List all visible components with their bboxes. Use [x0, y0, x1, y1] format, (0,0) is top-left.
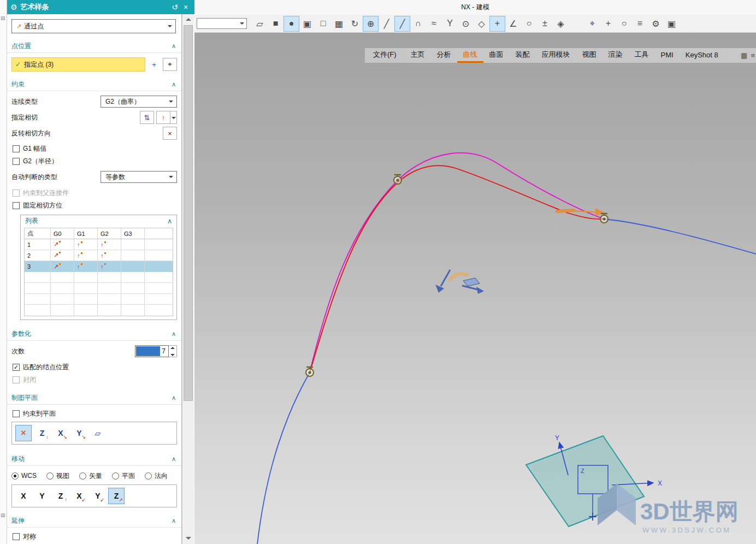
ribbon-tab[interactable]: 渲染 [603, 48, 629, 63]
intersect-icon[interactable]: ◈ [553, 16, 569, 32]
fullscreen-icon[interactable]: ▣ [664, 16, 680, 32]
degree-input[interactable]: 7 [135, 345, 169, 357]
plane-y-button[interactable]: Y ↘ [71, 425, 87, 441]
point-set-icon[interactable]: ◇ [474, 16, 489, 32]
dialog-titlebar[interactable]: ⚙ 艺术样条 ↺ × [7, 0, 194, 14]
point-pick-button[interactable]: ⌖ [163, 58, 177, 71]
move-mode-radio[interactable]: 视图 [46, 471, 69, 481]
ellipse-icon[interactable]: ○ [521, 16, 537, 32]
collapse-icon[interactable]: ∧ [172, 330, 176, 338]
tangent-options-caret[interactable] [170, 111, 177, 124]
ribbon-tab[interactable]: 曲线 [457, 48, 483, 63]
plane-x-button[interactable]: X ↘ [52, 425, 69, 441]
spline-curve-red[interactable] [310, 165, 604, 372]
collapse-icon[interactable]: ∧ [172, 394, 176, 401]
ribbon-tab[interactable]: 应用模块 [536, 48, 576, 63]
move-mode-radio[interactable]: WCS [11, 472, 37, 480]
derived-line-icon[interactable]: ╱ [394, 16, 410, 32]
move-zy-button[interactable]: Y ↙ [90, 488, 106, 504]
dialog-scrollbar[interactable] [182, 14, 194, 544]
plane-z-button[interactable]: Z ↓ [34, 425, 50, 441]
ribbon-tab[interactable]: 视图 [576, 48, 603, 63]
section-move[interactable]: 移动 ∧ [7, 453, 181, 466]
move-mode-radio[interactable]: 平面 [112, 471, 135, 481]
table-row[interactable]: 3 ↗ ↑ ↑ [25, 261, 173, 272]
point-on-curve-icon[interactable]: ⊕ [363, 16, 379, 32]
close-icon[interactable]: × [180, 3, 191, 11]
extrude-icon[interactable]: ■ [268, 16, 284, 32]
spline-curve-blue-right[interactable] [604, 219, 756, 254]
section-parameterization[interactable]: 参数化 ∧ [7, 328, 181, 341]
tangent-handle[interactable] [557, 210, 603, 212]
fit-view-icon[interactable]: + [600, 16, 616, 32]
reset-icon[interactable]: ↺ [169, 3, 180, 11]
spline-point-marker-3[interactable] [306, 367, 314, 376]
collapse-icon[interactable]: ∧ [172, 517, 176, 524]
collapse-icon[interactable]: ∧ [172, 81, 176, 88]
table-row[interactable]: 1 ↗ ↑ ↑ [25, 239, 173, 250]
move-y-button[interactable]: Y [34, 488, 50, 504]
symmetric-checkbox[interactable]: 对称 [13, 531, 177, 541]
section-point-location[interactable]: 点位置 ∧ [7, 40, 181, 53]
ribbon-more-icon[interactable]: ≡ [751, 51, 755, 60]
model-canvas[interactable]: Y X Z 3D世界网 WWW.3DSJW.COM [194, 33, 756, 544]
ribbon-tab[interactable]: 主页 [405, 48, 431, 63]
graphics-viewport[interactable]: 文件(F) 主页 分析 曲线 曲面 [194, 33, 756, 544]
move-x-button[interactable]: X [15, 488, 32, 504]
settings-icon[interactable]: ⚙ [648, 16, 664, 32]
constrain-to-plane-checkbox[interactable]: 约束到平面 [13, 409, 177, 418]
constraint-table[interactable]: 点 G0 G1 G2 G3 1 ↗ ↑ [24, 228, 173, 316]
gap[interactable] [569, 16, 584, 32]
mesh-cube-icon[interactable]: ▦ [331, 16, 347, 32]
chamfer-icon[interactable]: ∠ [505, 16, 521, 32]
inferred-type-dropdown[interactable]: 等参数 [101, 171, 177, 183]
spline-type-dropdown[interactable]: ↗ 通过点 [11, 19, 176, 33]
studio-spline-icon[interactable]: ≈ [426, 16, 442, 32]
spline-curve-blue-left[interactable] [257, 372, 310, 544]
match-knots-checkbox[interactable]: ✓ 匹配的结点位置 [13, 362, 177, 372]
curve-fit-icon[interactable]: Y [442, 16, 458, 32]
custom-plane-button[interactable]: ▱ [90, 425, 106, 441]
ribbon-tab[interactable]: 文件(F) [365, 48, 405, 63]
point-dialog-button[interactable]: + [147, 58, 161, 71]
line-icon[interactable]: ╱ [379, 16, 394, 32]
ribbon-tab[interactable]: 曲面 [483, 48, 510, 63]
sketch-icon[interactable]: ▱ [252, 16, 268, 32]
collapse-icon[interactable]: ∧ [167, 217, 172, 225]
spline-curve-magenta[interactable] [310, 153, 604, 372]
move-mode-radio[interactable]: 矢量 [79, 471, 102, 481]
move-zx-button[interactable]: X ↙ [71, 488, 87, 504]
tangent-vector-button[interactable]: ⇅ [140, 111, 154, 124]
no-plane-button[interactable]: × [15, 425, 32, 441]
circle-icon[interactable]: ⊙ [458, 16, 474, 32]
history-icon[interactable]: ○ [616, 16, 632, 32]
docked-panel-icon-2[interactable]: ▤ [1, 512, 5, 518]
spline-point-marker-1[interactable] [394, 175, 401, 184]
collapse-icon[interactable]: ∧ [172, 43, 176, 50]
section-extension[interactable]: 延伸 ∧ [7, 515, 181, 528]
continuity-dropdown[interactable]: G2（曲率） [101, 96, 177, 108]
ribbon-grid-icon[interactable]: ▦ [741, 51, 747, 60]
table-row[interactable]: 2 ↗ ↑ ↑ [25, 250, 173, 261]
point-icon[interactable]: ▣ [299, 16, 315, 32]
ribbon-tab[interactable]: 分析 [431, 48, 457, 63]
ribbon-tab[interactable]: KeyShot 8 [680, 48, 724, 63]
scroll-down-button[interactable] [184, 534, 193, 543]
arc-icon[interactable]: ∩ [410, 16, 426, 32]
layers-icon[interactable]: ≡ [632, 16, 648, 32]
revolve-icon[interactable]: ↻ [347, 16, 363, 32]
specify-point-field[interactable]: ✓ 指定点 (3) [11, 57, 145, 72]
reverse-tangent-button[interactable]: × [163, 127, 177, 140]
docked-panel-icon[interactable]: ▤ [1, 15, 5, 21]
block-icon[interactable]: □ [315, 16, 331, 32]
ribbon-tab[interactable]: 工具 [629, 48, 655, 63]
section-drawing-plane[interactable]: 制图平面 ∧ [7, 392, 181, 405]
window-zoom-icon[interactable]: ⌖ [584, 16, 600, 32]
fixed-tangent-checkbox[interactable]: 固定相切方位 [13, 200, 177, 210]
ribbon-tab[interactable]: 装配 [510, 48, 536, 63]
sphere-icon[interactable]: ● [284, 16, 299, 32]
g1-magnitude-checkbox[interactable]: G1 幅值 [13, 144, 177, 153]
tangent-direction-button[interactable]: ↑ [156, 111, 170, 124]
degree-stepper[interactable] [169, 345, 177, 357]
plus-icon[interactable]: + [489, 16, 505, 32]
